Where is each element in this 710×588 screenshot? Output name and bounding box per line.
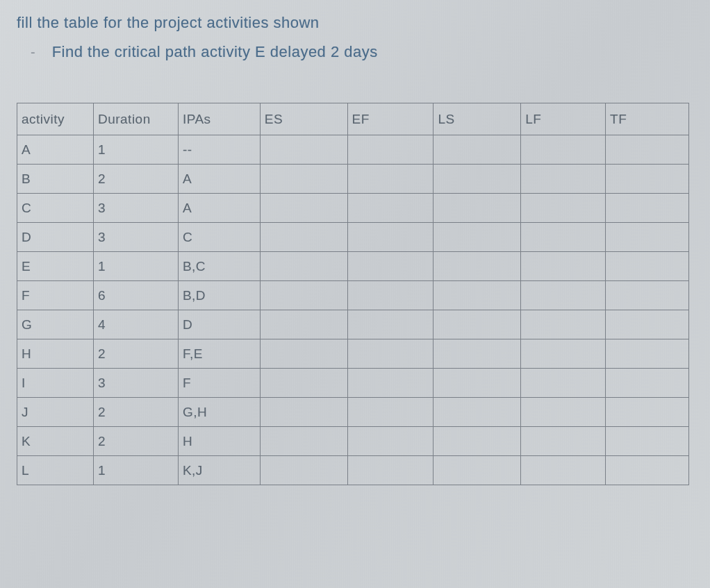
cell-lf [521, 165, 606, 194]
cell-ipas: F [178, 369, 260, 398]
cell-tf [606, 194, 689, 223]
cell-lf [521, 281, 606, 310]
header-ls: LS [434, 103, 521, 135]
table-row: C3A [17, 194, 689, 223]
cell-es [260, 252, 347, 281]
cell-activity: D [17, 223, 94, 252]
cell-duration: 6 [93, 281, 178, 310]
cell-tf [606, 135, 689, 165]
cell-duration: 1 [93, 135, 178, 165]
cell-ls [434, 194, 521, 223]
cell-lf [521, 398, 606, 427]
cell-tf [606, 223, 689, 252]
cell-ipas: H [178, 427, 260, 456]
cell-es [260, 427, 347, 456]
table-row: F6B,D [17, 281, 689, 310]
cell-ls [434, 310, 521, 339]
cell-ipas: F,E [178, 339, 260, 369]
cell-ls [434, 135, 521, 165]
table-row: B2A [17, 165, 689, 194]
cell-ls [434, 339, 521, 369]
cell-duration: 1 [93, 252, 178, 281]
cell-ipas: -- [178, 135, 260, 165]
table-row: J2G,H [17, 398, 689, 427]
cell-ef [347, 135, 434, 165]
cell-ipas: D [178, 310, 260, 339]
cell-ipas: A [178, 194, 260, 223]
header-ef: EF [347, 103, 434, 135]
cell-ls [434, 427, 521, 456]
cell-ipas: C [178, 223, 260, 252]
cell-ls [434, 281, 521, 310]
cell-es [260, 165, 347, 194]
cell-activity: G [17, 310, 94, 339]
cell-es [260, 281, 347, 310]
cell-lf [521, 369, 606, 398]
cell-ls [434, 252, 521, 281]
cell-ef [347, 223, 434, 252]
cell-duration: 4 [93, 310, 178, 339]
cell-ef [347, 427, 434, 456]
cell-lf [521, 427, 606, 456]
cell-activity: E [17, 252, 94, 281]
cell-activity: J [17, 398, 94, 427]
cell-duration: 2 [93, 165, 178, 194]
cell-ls [434, 456, 521, 485]
cell-activity: K [17, 427, 94, 456]
cell-ef [347, 165, 434, 194]
cell-lf [521, 456, 606, 485]
cell-ipas: B,D [178, 281, 260, 310]
cell-duration: 1 [93, 456, 178, 485]
cell-lf [521, 223, 606, 252]
table-row: E1B,C [17, 252, 689, 281]
cell-tf [606, 252, 689, 281]
cell-ef [347, 398, 434, 427]
cell-duration: 3 [93, 223, 178, 252]
cell-es [260, 339, 347, 369]
header-es: ES [260, 103, 347, 135]
cell-duration: 2 [93, 398, 178, 427]
cell-tf [606, 398, 689, 427]
cell-lf [521, 194, 606, 223]
cell-ef [347, 369, 434, 398]
cell-es [260, 194, 347, 223]
cell-activity: B [17, 165, 94, 194]
table-row: G4D [17, 310, 689, 339]
table-row: A1-- [17, 135, 689, 165]
cell-activity: L [17, 456, 94, 485]
cell-activity: A [17, 135, 94, 165]
cell-es [260, 223, 347, 252]
cell-duration: 3 [93, 194, 178, 223]
cell-ipas: A [178, 165, 260, 194]
cell-activity: H [17, 339, 94, 369]
table-row: H2F,E [17, 339, 689, 369]
cell-ef [347, 281, 434, 310]
cell-duration: 2 [93, 427, 178, 456]
cell-ipas: B,C [178, 252, 260, 281]
cell-activity: I [17, 369, 94, 398]
cell-ls [434, 369, 521, 398]
cell-ef [347, 456, 434, 485]
cell-tf [606, 165, 689, 194]
instruction-text-1: fill the table for the project activitie… [17, 14, 693, 32]
cell-ef [347, 194, 434, 223]
table-row: L1K,J [17, 456, 689, 485]
cell-tf [606, 427, 689, 456]
cell-ls [434, 223, 521, 252]
instruction-text-2: Find the critical path activity E delaye… [52, 43, 378, 61]
cell-activity: C [17, 194, 94, 223]
cell-ef [347, 310, 434, 339]
cell-lf [521, 135, 606, 165]
cell-es [260, 310, 347, 339]
header-ipas: IPAs [178, 103, 260, 135]
cell-es [260, 456, 347, 485]
cell-duration: 3 [93, 369, 178, 398]
header-tf: TF [606, 103, 689, 135]
header-activity: activity [17, 103, 94, 135]
cell-lf [521, 339, 606, 369]
cell-tf [606, 281, 689, 310]
bullet-dash: - [31, 44, 35, 60]
table-header-row: activity Duration IPAs ES EF LS LF TF [17, 103, 689, 135]
cell-activity: F [17, 281, 94, 310]
instruction-row-2: - Find the critical path activity E dela… [17, 43, 693, 61]
